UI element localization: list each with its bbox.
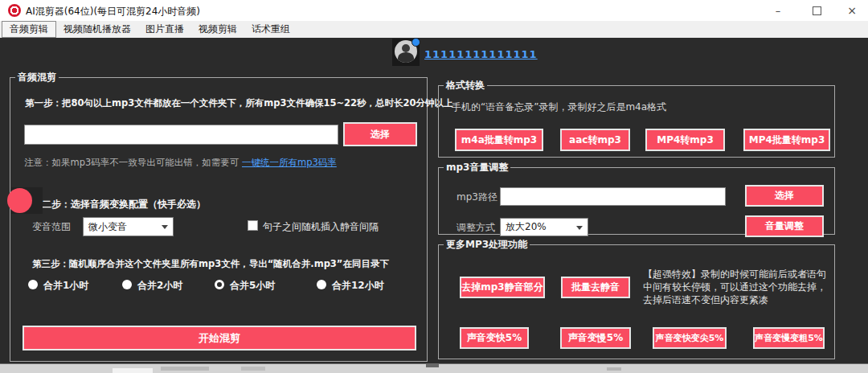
- super-effect-tip: 【超强特效】录制的时候可能前后或者语句中间有较长停顿，可以通过这个功能去掉，去掉…: [643, 268, 831, 311]
- background-window-fragment: [607, 367, 621, 371]
- tab-image-live[interactable]: 图片直播: [138, 21, 191, 38]
- aac-to-mp3-button[interactable]: aac转mp3: [560, 129, 630, 151]
- step2-heading: 第二步：选择音频变换配置（快手必选）: [32, 198, 206, 211]
- tab-bar: 音频剪辑 视频随机播放器 图片直播 视频剪辑 话术重组: [0, 21, 868, 38]
- tab-video-random-player[interactable]: 视频随机播放器: [56, 21, 138, 38]
- bitrate-note-text: 注意：如果mp3码率不一致导出可能出错，如需要可: [24, 157, 239, 168]
- title-bar: AI混剪器(64位)(每日可混剪24小时音频) – ×: [0, 0, 868, 21]
- background-window-fragment: [426, 364, 439, 367]
- close-button[interactable]: ×: [834, 0, 868, 21]
- chevron-down-icon: [576, 226, 583, 230]
- slow-down-5-button[interactable]: 声音变慢5%: [560, 327, 631, 349]
- radio-merge-2h[interactable]: [122, 280, 132, 289]
- format-convert-group: 格式转换 手机的“语音备忘录”录制，录制好之后是m4a格式 m4a批量转mp3 …: [438, 79, 835, 158]
- adjust-method-select[interactable]: 放大20%: [500, 218, 588, 236]
- minimize-button[interactable]: –: [760, 0, 796, 21]
- volume-adjust-group: mp3音量调整 mp3路径 选择 调整方式 放大20% 音量调整: [438, 161, 835, 235]
- radio-merge-1h-label[interactable]: 合并1小时: [43, 279, 88, 293]
- faster-higher-5-button[interactable]: 声音变快变尖5%: [653, 327, 727, 349]
- window-title: AI混剪器(64位)(每日可混剪24小时音频): [26, 5, 200, 18]
- mp3-path-label: mp3路径: [457, 191, 497, 204]
- voice-range-value: 微小变音: [88, 220, 127, 234]
- more-mp3-legend: 更多MP3处理功能: [444, 238, 530, 252]
- bitrate-note: 注意：如果mp3码率不一致导出可能出错，如需要可 一键统一所有mp3码率: [24, 157, 337, 169]
- app-window: AI混剪器(64位)(每日可混剪24小时音频) – × 音频剪辑 视频随机播放器…: [0, 0, 868, 373]
- radio-merge-2h-label[interactable]: 合并2小时: [137, 279, 182, 293]
- start-mix-button[interactable]: 开始混剪: [23, 326, 416, 350]
- audio-mix-group: 音频混剪 第一步：把80句以上mp3文件都放在一个文件夹下，所有mp3文件确保1…: [10, 71, 428, 362]
- radio-merge-5h[interactable]: [215, 280, 224, 289]
- adjust-method-value: 放大20%: [506, 220, 547, 234]
- batch-remove-silence-button[interactable]: 批量去静音: [561, 277, 630, 298]
- username-link[interactable]: 11111111111111: [424, 48, 538, 60]
- volume-adjust-button[interactable]: 音量调整: [745, 215, 824, 237]
- volume-adjust-legend: mp3音量调整: [444, 161, 510, 174]
- adjust-method-label: 调整方式: [457, 221, 495, 235]
- radio-merge-1h[interactable]: [28, 280, 38, 289]
- slower-deeper-5-button[interactable]: 声音变慢变粗5%: [753, 327, 825, 349]
- minimize-icon: –: [776, 5, 781, 17]
- maximize-icon: [813, 6, 821, 15]
- background-window-fragment: [161, 367, 209, 371]
- tab-audio-edit[interactable]: 音频剪辑: [2, 21, 56, 38]
- avatar-head-shape: [402, 44, 410, 52]
- select-folder-button[interactable]: 选择: [343, 122, 417, 146]
- radio-merge-12h-label[interactable]: 合并12小时: [332, 279, 384, 293]
- more-mp3-group: 更多MP3处理功能 去掉mp3静音部分 批量去静音 【超强特效】录制的时候可能前…: [438, 238, 835, 359]
- mp4-batch-to-mp3-button[interactable]: MP4批量转mp3: [743, 129, 830, 151]
- voice-range-select[interactable]: 微小变音: [83, 217, 174, 236]
- avatar-body-shape: [398, 52, 414, 63]
- app-logo-icon: [8, 4, 21, 17]
- radio-merge-5h-label[interactable]: 合并5小时: [230, 279, 275, 293]
- m4a-batch-to-mp3-button[interactable]: m4a批量转mp3: [455, 129, 543, 151]
- maximize-button[interactable]: [799, 0, 834, 21]
- volume-select-button[interactable]: 选择: [745, 185, 824, 207]
- voice-range-label: 变音范围: [32, 220, 71, 234]
- silence-gap-checkbox[interactable]: [248, 220, 258, 231]
- background-window-fragment: [241, 367, 265, 371]
- step3-heading: 第三步：随机顺序合并这个文件夹里所有mp3文件，导出“随机合并.mp3”在同目录…: [32, 258, 389, 270]
- format-convert-legend: 格式转换: [444, 79, 487, 92]
- folder-path-input[interactable]: [24, 125, 338, 145]
- silence-gap-label: 句子之间随机插入静音间隔: [263, 220, 379, 234]
- mp4-to-mp3-button[interactable]: MP4转mp3: [645, 129, 725, 151]
- tab-script-remix[interactable]: 话术重组: [244, 21, 297, 38]
- radio-merge-12h[interactable]: [317, 280, 326, 289]
- background-window-edge: [0, 364, 868, 373]
- close-icon: ×: [847, 4, 857, 17]
- format-description: 手机的“语音备忘录”录制，录制好之后是m4a格式: [452, 100, 666, 114]
- avatar-badge-icon: [411, 38, 420, 47]
- remove-silence-button[interactable]: 去掉mp3静音部分: [460, 277, 545, 298]
- avatar[interactable]: [392, 39, 420, 66]
- mp3-path-input[interactable]: [500, 187, 726, 206]
- chevron-down-icon: [162, 225, 168, 229]
- tab-video-edit[interactable]: 视频剪辑: [191, 21, 244, 38]
- speed-up-5-button[interactable]: 声音变快5%: [460, 327, 529, 349]
- red-dot-marker[interactable]: [7, 188, 32, 213]
- unify-bitrate-link[interactable]: 一键统一所有mp3码率: [242, 157, 337, 168]
- background-window-fragment: [113, 368, 153, 373]
- audio-mix-legend: 音频混剪: [15, 71, 59, 84]
- step1-heading: 第一步：把80句以上mp3文件都放在一个文件夹下，所有mp3文件确保15~22秒…: [25, 97, 453, 109]
